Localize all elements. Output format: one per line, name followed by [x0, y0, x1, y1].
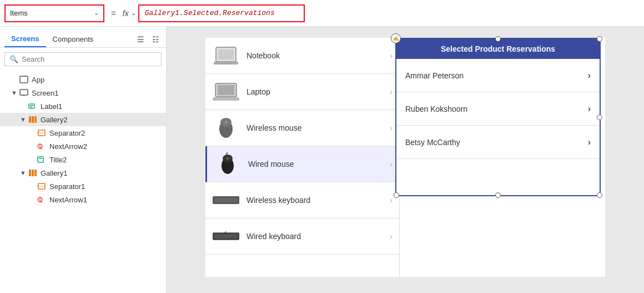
svg-rect-3 [29, 104, 34, 108]
laptop-image [212, 81, 240, 103]
reservation-item-2[interactable]: Ruben Kokshoorn › [396, 92, 600, 126]
svg-rect-26 [214, 62, 238, 64]
tree-label-gallery2: Gallery2 [41, 116, 67, 124]
handle-top-right[interactable] [597, 36, 602, 42]
sidebar-tab-icons: ☰ ☷ [135, 33, 162, 46]
screen-icon [19, 88, 29, 98]
formula-input[interactable]: Gallery1.Selected.Reservations [138, 4, 305, 22]
tree-label-nextarrow1: NextArrow1 [49, 196, 87, 204]
tab-components[interactable]: Components [46, 32, 100, 47]
grid-view-icon[interactable]: ☷ [150, 33, 162, 46]
canvas[interactable]: Notebook › Laptop › [167, 27, 644, 293]
reservation-name-3: Betsy McCarthy [405, 138, 588, 147]
tree-item-gallery1[interactable]: ▼ Gallery1 [0, 166, 166, 180]
tree-item-gallery2[interactable]: ▼ Gallery2 [0, 113, 166, 126]
equals-sign: = [109, 8, 118, 18]
item-arrow-wired-keyboard: › [390, 232, 393, 241]
reservations-title: Selected Product Reservations [441, 44, 555, 53]
notebook-image [212, 44, 240, 67]
wired-mouse-image [214, 153, 242, 175]
search-icon: 🔍 [9, 55, 18, 63]
tree-item-separator1[interactable]: Separator1 [0, 180, 166, 193]
item-name-wired-mouse: Wired mouse [248, 160, 390, 168]
svg-rect-25 [218, 49, 234, 59]
tree-item-separator2[interactable]: Separator2 [0, 126, 166, 140]
handle-bottom-right[interactable] [597, 192, 602, 198]
item-name-wireless-keyboard: Wireless keyboard [246, 196, 390, 205]
tree-item-app[interactable]: App [0, 73, 166, 86]
tree-label-app: App [32, 76, 44, 84]
svg-rect-42 [214, 198, 238, 202]
svg-rect-6 [29, 116, 31, 123]
tree-item-label1[interactable]: Label1 [0, 100, 166, 113]
sidebar: Screens Components ☰ ☷ 🔍 App ▼ [0, 27, 167, 293]
gallery-item-wireless-keyboard[interactable]: Wireless keyboard › [205, 182, 399, 218]
wireless-keyboard-image [212, 189, 240, 211]
separator2-icon [37, 128, 47, 138]
main-layout: Screens Components ☰ ☷ 🔍 App ▼ [0, 27, 644, 293]
expand-screen1[interactable]: ▼ [11, 90, 19, 96]
top-bar: Items ⌄ = fx ⌄ Gallery1.Selected.Reserva… [0, 0, 644, 27]
reservation-arrow-1: › [588, 71, 591, 81]
edit-handle[interactable]: ✍ [391, 33, 401, 43]
search-box[interactable]: 🔍 [4, 52, 162, 66]
gallery-item-wired-mouse[interactable]: Wired mouse › [205, 146, 399, 182]
tree-label-gallery1: Gallery1 [41, 169, 67, 177]
handle-mid-right[interactable] [597, 115, 602, 120]
tree-item-nextarrow1[interactable]: NextArrow1 [0, 193, 166, 206]
svg-rect-18 [34, 170, 37, 176]
formula-bar: fx ⌄ Gallery1.Selected.Reservations [123, 4, 640, 22]
reservation-name-1: Ammar Peterson [405, 71, 588, 80]
svg-point-40 [227, 157, 229, 160]
svg-rect-28 [218, 85, 234, 95]
name-selector[interactable]: Items ⌄ [4, 4, 104, 22]
nextarrow2-icon [37, 141, 47, 151]
name-selector-chevron: ⌄ [94, 9, 99, 17]
tree-item-title2[interactable]: Title2 [0, 153, 166, 166]
handle-bottom-left[interactable] [394, 192, 399, 198]
expand-gallery1[interactable]: ▼ [20, 170, 28, 176]
tree-item-nextarrow2[interactable]: NextArrow2 [0, 140, 166, 153]
separator1-icon [37, 181, 47, 191]
nextarrow1-icon [37, 195, 47, 205]
item-arrow-wireless-keyboard: › [390, 196, 393, 205]
tree-item-screen1[interactable]: ▼ Screen1 [0, 86, 166, 100]
app-frame: Notebook › Laptop › [205, 38, 605, 277]
wireless-mouse-image [212, 117, 240, 139]
gallery-item-wireless-mouse[interactable]: Wireless mouse › [205, 110, 399, 146]
gallery1-icon [28, 168, 38, 178]
reservation-item-3[interactable]: Betsy McCarthy › [396, 126, 600, 159]
tab-screens[interactable]: Screens [4, 31, 46, 47]
svg-rect-1 [20, 90, 28, 95]
fx-chevron-icon[interactable]: ⌄ [131, 9, 136, 17]
list-view-icon[interactable]: ☰ [135, 33, 147, 46]
reservation-item-1[interactable]: Ammar Peterson › [396, 59, 600, 92]
item-arrow-wired-mouse: › [390, 160, 393, 168]
tree-label-screen1: Screen1 [32, 89, 58, 97]
item-arrow-wireless-mouse: › [390, 123, 393, 132]
gallery-item-laptop[interactable]: Laptop › [205, 74, 399, 110]
tree-label-separator2: Separator2 [49, 129, 85, 137]
handle-bottom-center[interactable] [495, 192, 501, 198]
reservations-panel[interactable]: Selected Product Reservations Ammar Pete… [395, 38, 601, 196]
item-name-wired-keyboard: Wired keyboard [246, 232, 390, 241]
tree-panel: App ▼ Screen1 Label1 ▼ [0, 71, 166, 293]
reservations-header: Selected Product Reservations [396, 39, 600, 59]
title2-icon [37, 155, 47, 165]
name-selector-value: Items [10, 9, 28, 17]
fx-label: fx [123, 9, 129, 18]
gallery-item-notebook[interactable]: Notebook › [205, 38, 399, 74]
handle-top-center[interactable] [495, 36, 501, 42]
gallery2-icon [28, 115, 38, 125]
svg-rect-29 [213, 97, 239, 101]
gallery-item-wired-keyboard[interactable]: Wired keyboard › [205, 218, 399, 255]
svg-rect-17 [32, 170, 34, 176]
item-name-laptop: Laptop [246, 87, 390, 96]
tree-label-title2: Title2 [49, 156, 67, 164]
search-input[interactable] [22, 55, 157, 63]
tree-label-label1: Label1 [41, 102, 62, 111]
reservation-arrow-3: › [588, 137, 591, 147]
expand-gallery2[interactable]: ▼ [20, 116, 28, 123]
svg-rect-0 [20, 76, 28, 83]
wired-keyboard-image [212, 225, 240, 247]
